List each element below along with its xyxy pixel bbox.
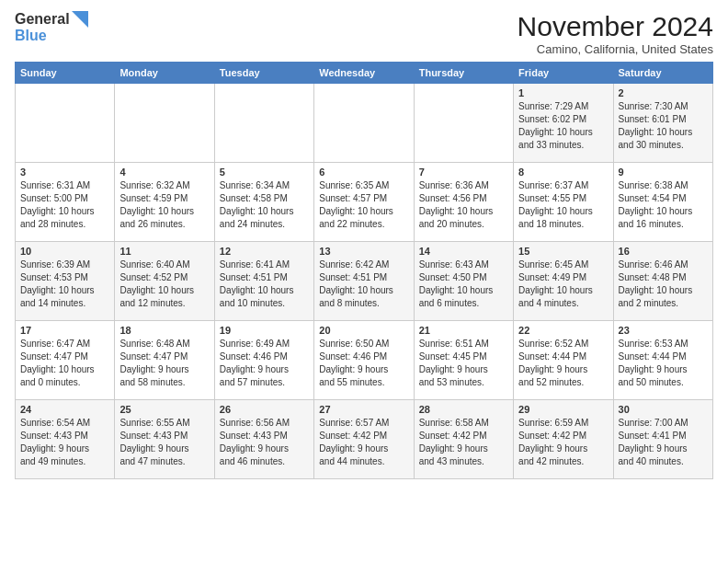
day-number: 29 [518, 404, 608, 415]
day-info: Sunrise: 6:47 AM Sunset: 4:47 PM Dayligh… [20, 338, 109, 389]
logo: General Blue [15, 11, 88, 44]
week-row-1: 1Sunrise: 7:29 AM Sunset: 6:02 PM Daylig… [16, 84, 713, 163]
day-info: Sunrise: 6:55 AM Sunset: 4:43 PM Dayligh… [119, 417, 209, 468]
day-cell: 21Sunrise: 6:51 AM Sunset: 4:45 PM Dayli… [414, 321, 513, 400]
subtitle: Camino, California, United States [518, 42, 713, 56]
col-header-thursday: Thursday [414, 63, 513, 84]
week-row-4: 17Sunrise: 6:47 AM Sunset: 4:47 PM Dayli… [16, 321, 713, 400]
day-number: 14 [419, 246, 508, 257]
day-number: 13 [319, 246, 408, 257]
day-info: Sunrise: 6:57 AM Sunset: 4:42 PM Dayligh… [319, 417, 408, 468]
logo-blue: Blue [15, 28, 88, 44]
day-cell: 3Sunrise: 6:31 AM Sunset: 5:00 PM Daylig… [16, 163, 115, 242]
header-row: SundayMondayTuesdayWednesdayThursdayFrid… [16, 63, 713, 84]
day-cell: 12Sunrise: 6:41 AM Sunset: 4:51 PM Dayli… [214, 242, 313, 321]
col-header-saturday: Saturday [613, 63, 712, 84]
day-cell: 25Sunrise: 6:55 AM Sunset: 4:43 PM Dayli… [115, 400, 214, 479]
day-cell [314, 84, 414, 163]
day-cell [115, 84, 214, 163]
svg-marker-0 [72, 11, 88, 28]
day-number: 4 [119, 167, 209, 178]
day-number: 27 [319, 404, 408, 415]
day-info: Sunrise: 7:00 AM Sunset: 4:41 PM Dayligh… [619, 417, 708, 468]
header: General Blue November 2024 Camino, Calif… [15, 11, 713, 56]
day-info: Sunrise: 6:45 AM Sunset: 4:49 PM Dayligh… [518, 259, 608, 310]
day-info: Sunrise: 6:37 AM Sunset: 4:55 PM Dayligh… [518, 179, 608, 231]
week-row-5: 24Sunrise: 6:54 AM Sunset: 4:43 PM Dayli… [16, 400, 713, 479]
day-number: 15 [518, 246, 608, 257]
day-cell: 7Sunrise: 6:36 AM Sunset: 4:56 PM Daylig… [414, 163, 513, 242]
day-info: Sunrise: 6:58 AM Sunset: 4:42 PM Dayligh… [419, 417, 508, 468]
col-header-tuesday: Tuesday [214, 63, 313, 84]
day-info: Sunrise: 6:40 AM Sunset: 4:52 PM Dayligh… [119, 259, 209, 310]
day-number: 6 [319, 167, 408, 178]
day-number: 18 [119, 325, 209, 336]
col-header-sunday: Sunday [16, 63, 115, 84]
day-info: Sunrise: 6:32 AM Sunset: 4:59 PM Dayligh… [119, 179, 209, 231]
day-cell: 4Sunrise: 6:32 AM Sunset: 4:59 PM Daylig… [115, 163, 214, 242]
day-number: 10 [20, 246, 109, 257]
logo-triangle-icon [72, 11, 88, 28]
calendar-page: General Blue November 2024 Camino, Calif… [0, 0, 728, 488]
day-number: 30 [619, 404, 708, 415]
day-info: Sunrise: 7:30 AM Sunset: 6:01 PM Dayligh… [619, 100, 708, 152]
col-header-friday: Friday [514, 63, 613, 84]
day-cell: 20Sunrise: 6:50 AM Sunset: 4:46 PM Dayli… [314, 321, 414, 400]
day-cell: 27Sunrise: 6:57 AM Sunset: 4:42 PM Dayli… [314, 400, 414, 479]
day-number: 9 [619, 167, 708, 178]
day-cell: 22Sunrise: 6:52 AM Sunset: 4:44 PM Dayli… [514, 321, 613, 400]
day-number: 20 [319, 325, 408, 336]
day-info: Sunrise: 6:34 AM Sunset: 4:58 PM Dayligh… [220, 179, 309, 231]
day-number: 19 [220, 325, 309, 336]
day-info: Sunrise: 6:41 AM Sunset: 4:51 PM Dayligh… [220, 259, 309, 310]
day-cell: 8Sunrise: 6:37 AM Sunset: 4:55 PM Daylig… [514, 163, 613, 242]
col-header-monday: Monday [115, 63, 214, 84]
day-number: 17 [20, 325, 109, 336]
day-cell: 5Sunrise: 6:34 AM Sunset: 4:58 PM Daylig… [214, 163, 313, 242]
day-cell: 10Sunrise: 6:39 AM Sunset: 4:53 PM Dayli… [16, 242, 115, 321]
day-number: 8 [518, 167, 608, 178]
day-cell: 11Sunrise: 6:40 AM Sunset: 4:52 PM Dayli… [115, 242, 214, 321]
week-row-3: 10Sunrise: 6:39 AM Sunset: 4:53 PM Dayli… [16, 242, 713, 321]
day-cell: 30Sunrise: 7:00 AM Sunset: 4:41 PM Dayli… [613, 400, 712, 479]
month-title: November 2024 [518, 11, 713, 42]
day-cell: 2Sunrise: 7:30 AM Sunset: 6:01 PM Daylig… [613, 84, 712, 163]
day-number: 2 [619, 87, 708, 98]
calendar-table: SundayMondayTuesdayWednesdayThursdayFrid… [15, 62, 713, 479]
day-number: 5 [220, 167, 309, 178]
day-number: 3 [20, 167, 109, 178]
day-cell: 28Sunrise: 6:58 AM Sunset: 4:42 PM Dayli… [414, 400, 513, 479]
day-cell: 19Sunrise: 6:49 AM Sunset: 4:46 PM Dayli… [214, 321, 313, 400]
day-info: Sunrise: 6:54 AM Sunset: 4:43 PM Dayligh… [20, 417, 109, 468]
day-info: Sunrise: 6:48 AM Sunset: 4:47 PM Dayligh… [119, 338, 209, 389]
day-info: Sunrise: 6:31 AM Sunset: 5:00 PM Dayligh… [20, 179, 109, 231]
day-number: 12 [220, 246, 309, 257]
day-cell: 13Sunrise: 6:42 AM Sunset: 4:51 PM Dayli… [314, 242, 414, 321]
day-number: 16 [619, 246, 708, 257]
logo-general: General [15, 11, 70, 28]
day-cell: 23Sunrise: 6:53 AM Sunset: 4:44 PM Dayli… [613, 321, 712, 400]
day-info: Sunrise: 7:29 AM Sunset: 6:02 PM Dayligh… [518, 100, 608, 152]
day-info: Sunrise: 6:38 AM Sunset: 4:54 PM Dayligh… [619, 179, 708, 231]
day-info: Sunrise: 6:35 AM Sunset: 4:57 PM Dayligh… [319, 179, 408, 231]
col-header-wednesday: Wednesday [314, 63, 414, 84]
day-number: 7 [419, 167, 508, 178]
day-info: Sunrise: 6:59 AM Sunset: 4:42 PM Dayligh… [518, 417, 608, 468]
day-cell: 16Sunrise: 6:46 AM Sunset: 4:48 PM Dayli… [613, 242, 712, 321]
day-number: 24 [20, 404, 109, 415]
day-cell [16, 84, 115, 163]
day-cell: 17Sunrise: 6:47 AM Sunset: 4:47 PM Dayli… [16, 321, 115, 400]
day-info: Sunrise: 6:49 AM Sunset: 4:46 PM Dayligh… [220, 338, 309, 389]
title-block: November 2024 Camino, California, United… [518, 11, 713, 56]
day-info: Sunrise: 6:51 AM Sunset: 4:45 PM Dayligh… [419, 338, 508, 389]
day-info: Sunrise: 6:36 AM Sunset: 4:56 PM Dayligh… [419, 179, 508, 231]
day-number: 21 [419, 325, 508, 336]
day-info: Sunrise: 6:43 AM Sunset: 4:50 PM Dayligh… [419, 259, 508, 310]
day-number: 28 [419, 404, 508, 415]
day-cell: 18Sunrise: 6:48 AM Sunset: 4:47 PM Dayli… [115, 321, 214, 400]
day-cell [214, 84, 313, 163]
day-info: Sunrise: 6:52 AM Sunset: 4:44 PM Dayligh… [518, 338, 608, 389]
day-number: 11 [119, 246, 209, 257]
day-number: 22 [518, 325, 608, 336]
day-info: Sunrise: 6:46 AM Sunset: 4:48 PM Dayligh… [619, 259, 708, 310]
